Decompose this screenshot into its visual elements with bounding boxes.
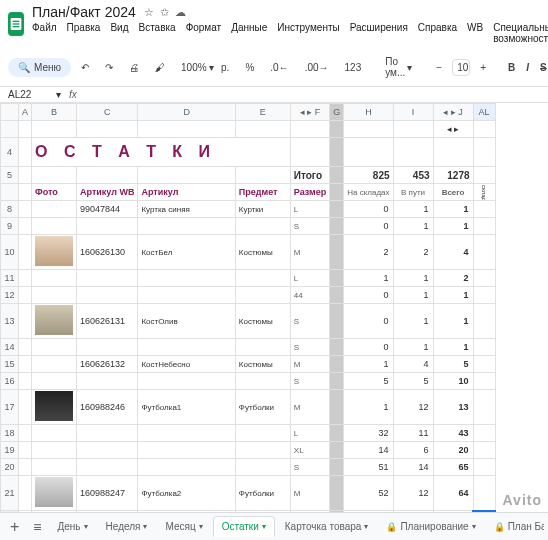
cell[interactable]: 52: [344, 476, 393, 511]
cell[interactable]: [235, 270, 290, 287]
row-header[interactable]: 10: [1, 235, 19, 270]
cell[interactable]: [473, 442, 495, 459]
cell[interactable]: 10: [433, 373, 473, 390]
cell[interactable]: 1: [344, 356, 393, 373]
menu-help[interactable]: Справка: [418, 22, 457, 44]
col-header[interactable]: H: [344, 104, 393, 121]
cell[interactable]: 1: [393, 304, 433, 339]
cell[interactable]: Итого: [290, 167, 329, 184]
row-header[interactable]: 11: [1, 270, 19, 287]
cell[interactable]: 14: [344, 442, 393, 459]
cell[interactable]: [32, 390, 77, 425]
row-header[interactable]: 18: [1, 425, 19, 442]
decimal-increase-button[interactable]: .00→: [299, 58, 335, 77]
cell[interactable]: 1278: [433, 167, 473, 184]
cell[interactable]: [138, 218, 235, 235]
cell[interactable]: Футболки: [235, 390, 290, 425]
cell[interactable]: [235, 425, 290, 442]
cell[interactable]: [77, 218, 138, 235]
col-header[interactable]: ◂ ▸ J: [433, 104, 473, 121]
cell[interactable]: [138, 287, 235, 304]
currency-button[interactable]: р.: [215, 58, 235, 77]
cell[interactable]: L: [290, 201, 329, 218]
sheet-tab[interactable]: 🔒План База▾: [486, 516, 544, 537]
cell[interactable]: [473, 390, 495, 425]
sheet-tab[interactable]: Остатки▾: [213, 516, 275, 537]
cell[interactable]: [77, 442, 138, 459]
row-header[interactable]: 15: [1, 356, 19, 373]
cell[interactable]: S: [290, 459, 329, 476]
cell[interactable]: Куртка синяя: [138, 201, 235, 218]
row-header[interactable]: 8: [1, 201, 19, 218]
number-format-button[interactable]: 123: [339, 58, 368, 77]
cell[interactable]: [32, 287, 77, 304]
cell[interactable]: 2: [344, 235, 393, 270]
row-header[interactable]: [1, 184, 19, 201]
select-all-corner[interactable]: [1, 104, 19, 121]
cell[interactable]: 1: [433, 218, 473, 235]
cell[interactable]: Костюмы: [235, 235, 290, 270]
cell[interactable]: L: [290, 270, 329, 287]
cell[interactable]: 0: [344, 304, 393, 339]
cell[interactable]: M: [290, 235, 329, 270]
cell[interactable]: [235, 373, 290, 390]
font-select[interactable]: По ум... ▾: [379, 52, 418, 82]
col-header[interactable]: D: [138, 104, 235, 121]
sheet-tab[interactable]: День▾: [50, 516, 96, 537]
cell[interactable]: [32, 442, 77, 459]
cell[interactable]: 4: [433, 235, 473, 270]
cell[interactable]: [235, 218, 290, 235]
cell[interactable]: [32, 339, 77, 356]
cell[interactable]: 160626130: [77, 235, 138, 270]
search-menu-button[interactable]: 🔍 Меню: [8, 58, 71, 77]
menu-accessibility[interactable]: Специальные возможности: [493, 22, 548, 44]
col-header[interactable]: I: [393, 104, 433, 121]
cell[interactable]: 1: [393, 270, 433, 287]
sheet-tab[interactable]: Месяц▾: [157, 516, 210, 537]
cell[interactable]: Всего: [433, 184, 473, 201]
cell[interactable]: 32: [344, 425, 393, 442]
cell[interactable]: XL: [290, 442, 329, 459]
cell[interactable]: 1: [433, 201, 473, 218]
cell[interactable]: M: [290, 356, 329, 373]
cell[interactable]: 0: [344, 287, 393, 304]
col-header[interactable]: G: [330, 104, 344, 121]
col-header[interactable]: C: [77, 104, 138, 121]
cloud-icon[interactable]: ☁: [175, 6, 186, 19]
doc-title[interactable]: План/Факт 2024: [32, 4, 136, 20]
zoom-select[interactable]: 100% ▾: [175, 58, 203, 77]
cell[interactable]: Костюмы: [235, 356, 290, 373]
cell[interactable]: 1: [433, 287, 473, 304]
cell[interactable]: На складах: [344, 184, 393, 201]
cell[interactable]: [473, 476, 495, 511]
cell[interactable]: [473, 218, 495, 235]
cell[interactable]: 20: [433, 442, 473, 459]
cell[interactable]: [77, 270, 138, 287]
font-size-input[interactable]: 10: [452, 59, 470, 76]
cell[interactable]: 6: [393, 442, 433, 459]
cell[interactable]: 0: [344, 201, 393, 218]
cell[interactable]: 2: [393, 235, 433, 270]
all-sheets-button[interactable]: ≡: [27, 517, 47, 537]
row-header[interactable]: 5: [1, 167, 19, 184]
add-sheet-button[interactable]: +: [4, 516, 25, 538]
row-header[interactable]: [1, 121, 19, 138]
cell[interactable]: 160988247: [77, 476, 138, 511]
cell[interactable]: 13: [433, 390, 473, 425]
cell[interactable]: 160988246: [77, 390, 138, 425]
cell[interactable]: 1: [393, 287, 433, 304]
col-header[interactable]: B: [32, 104, 77, 121]
cell[interactable]: Куртки: [235, 201, 290, 218]
cell[interactable]: Футболка1: [138, 390, 235, 425]
cell[interactable]: [138, 270, 235, 287]
cell[interactable]: [235, 459, 290, 476]
cell[interactable]: 1: [344, 390, 393, 425]
cell[interactable]: [32, 270, 77, 287]
cell[interactable]: [473, 201, 495, 218]
cell[interactable]: [32, 373, 77, 390]
row-header[interactable]: 20: [1, 459, 19, 476]
cell[interactable]: M: [290, 390, 329, 425]
cell[interactable]: 14: [393, 459, 433, 476]
cell[interactable]: КостНебесно: [138, 356, 235, 373]
cell[interactable]: 12: [393, 390, 433, 425]
